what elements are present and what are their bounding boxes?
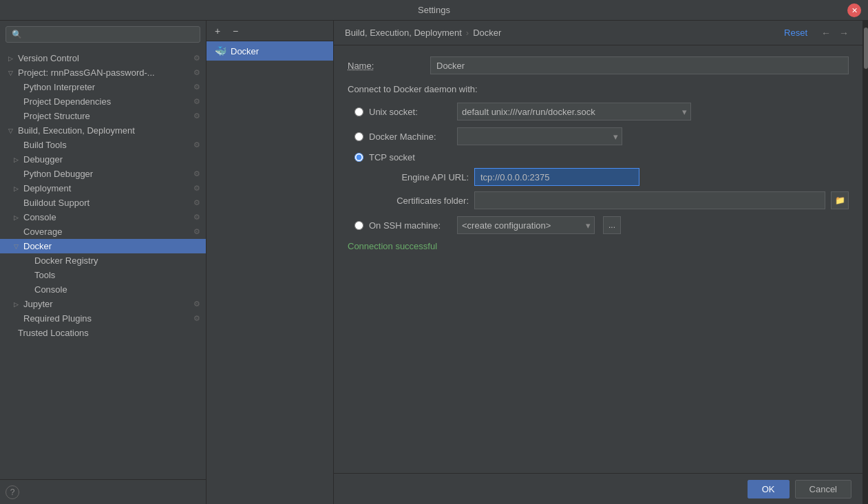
- settings-icon: ⚙: [193, 198, 200, 207]
- settings-icon: ⚙: [193, 184, 200, 193]
- back-button[interactable]: ←: [818, 26, 834, 40]
- ssh-machine-row: On SSH machine: <create configuration> .…: [354, 216, 849, 234]
- sidebar-item-python-interpreter[interactable]: Python Interpreter ⚙: [0, 80, 206, 94]
- unix-socket-dropdown[interactable]: default unix:///var/run/docker.sock: [457, 103, 691, 120]
- settings-icon: ⚙: [193, 68, 200, 77]
- sidebar-item-label: Coverage: [23, 227, 62, 237]
- ssh-machine-radio[interactable]: [354, 221, 363, 230]
- sidebar-item-project-dependencies[interactable]: Project Dependencies ⚙: [0, 94, 206, 109]
- sidebar-item-label: Buildout Support: [23, 198, 89, 208]
- cancel-button[interactable]: Cancel: [795, 480, 851, 498]
- close-button[interactable]: ✕: [847, 3, 861, 17]
- breadcrumb-separator: ›: [466, 28, 469, 38]
- settings-icon: ⚙: [193, 54, 200, 63]
- docker-panel: + − 🐳 Docker: [207, 21, 334, 504]
- sidebar-item-label: Version Control: [18, 53, 79, 63]
- certificates-input[interactable]: [474, 191, 825, 209]
- sidebar-item-label: Project Structure: [23, 111, 90, 121]
- docker-icon: 🐳: [215, 45, 226, 56]
- sidebar-item-console[interactable]: ▷ Console ⚙: [0, 210, 206, 224]
- docker-machine-label: Docker Machine:: [369, 132, 452, 142]
- ssh-machine-label: On SSH machine:: [369, 220, 452, 231]
- add-docker-button[interactable]: +: [211, 24, 224, 38]
- arrow-icon: ▽: [14, 243, 21, 250]
- sidebar-item-label: Console: [34, 284, 67, 295]
- arrow-icon: ▷: [14, 185, 21, 192]
- settings-icon: ⚙: [193, 314, 200, 323]
- folder-button[interactable]: 📁: [831, 191, 849, 209]
- sidebar-item-jupyter[interactable]: ▷ Jupyter ⚙: [0, 297, 206, 311]
- tcp-socket-radio[interactable]: [354, 153, 363, 162]
- content-footer: OK Cancel: [334, 473, 862, 504]
- sidebar-item-debugger[interactable]: ▷ Debugger: [0, 152, 206, 167]
- name-label: Name:: [348, 61, 430, 71]
- sidebar-item-project[interactable]: ▽ Project: rnnPassGAN-password-... ⚙: [0, 65, 206, 80]
- arrow-icon: ▷: [14, 301, 21, 308]
- sidebar-item-label: Jupyter: [23, 299, 53, 309]
- tcp-socket-row: TCP socket: [354, 152, 849, 162]
- ssh-more-button[interactable]: ...: [603, 216, 621, 234]
- settings-icon: ⚙: [193, 140, 200, 149]
- settings-icon: ⚙: [193, 213, 200, 222]
- reset-button[interactable]: Reset: [784, 28, 807, 38]
- window-title: Settings: [418, 5, 450, 15]
- sidebar-item-docker[interactable]: ▽ Docker: [0, 239, 206, 253]
- engine-api-label: Engine API URL:: [379, 172, 469, 182]
- docker-list-item[interactable]: 🐳 Docker: [207, 41, 333, 61]
- sidebar-item-label: Console: [23, 212, 56, 222]
- title-bar: Settings ✕: [0, 0, 868, 21]
- settings-icon: ⚙: [193, 83, 200, 92]
- unix-socket-radio[interactable]: [354, 107, 363, 116]
- breadcrumb-current: Docker: [473, 28, 501, 38]
- nav-buttons: ← →: [818, 26, 851, 40]
- sidebar-item-label: Python Interpreter: [23, 82, 95, 92]
- unix-socket-dropdown-wrapper: default unix:///var/run/docker.sock: [457, 103, 691, 120]
- sidebar-item-python-debugger[interactable]: Python Debugger ⚙: [0, 167, 206, 181]
- sidebar-item-docker-console[interactable]: Console: [0, 282, 206, 297]
- sidebar-item-deployment[interactable]: ▷ Deployment ⚙: [0, 181, 206, 196]
- sidebar-item-label: Build Tools: [23, 140, 67, 150]
- settings-window: Settings ✕ ▷ Version Control ⚙ ▽ Project…: [0, 0, 868, 504]
- sidebar-footer: ?: [0, 479, 206, 504]
- unix-socket-label: Unix socket:: [369, 107, 452, 117]
- ok-button[interactable]: OK: [748, 480, 790, 498]
- sidebar-item-build-tools[interactable]: Build Tools ⚙: [0, 138, 206, 152]
- sidebar-item-label: Python Debugger: [23, 169, 93, 179]
- tcp-socket-label: TCP socket: [369, 152, 415, 162]
- sidebar-item-label: Debugger: [23, 154, 63, 165]
- search-input[interactable]: [6, 26, 200, 43]
- arrow-icon: ▷: [8, 55, 15, 62]
- sidebar-item-label: Docker: [23, 241, 52, 251]
- docker-machine-radio[interactable]: [354, 132, 363, 141]
- sidebar-item-project-structure[interactable]: Project Structure ⚙: [0, 109, 206, 123]
- help-button[interactable]: ?: [6, 485, 19, 499]
- remove-docker-button[interactable]: −: [229, 24, 242, 38]
- main-content: ▷ Version Control ⚙ ▽ Project: rnnPassGA…: [0, 21, 868, 504]
- sidebar-item-trusted-locations[interactable]: Trusted Locations: [0, 326, 206, 340]
- ssh-dropdown[interactable]: <create configuration>: [457, 216, 595, 234]
- sidebar-item-label: Project: rnnPassGAN-password-...: [18, 67, 155, 78]
- sidebar-item-version-control[interactable]: ▷ Version Control ⚙: [0, 51, 206, 65]
- content-area: Build, Execution, Deployment › Docker Re…: [334, 21, 862, 504]
- sidebar-item-label: Tools: [34, 270, 55, 280]
- docker-machine-row: Docker Machine:: [354, 127, 849, 145]
- settings-icon: ⚙: [193, 227, 200, 236]
- scrollbar: [862, 21, 868, 504]
- sidebar-item-label: Build, Execution, Deployment: [18, 125, 135, 136]
- settings-icon: ⚙: [193, 112, 200, 120]
- sidebar-item-docker-tools[interactable]: Tools: [0, 268, 206, 282]
- forward-button[interactable]: →: [836, 26, 851, 40]
- sidebar-item-required-plugins[interactable]: Required Plugins ⚙: [0, 311, 206, 326]
- sidebar-item-build-execution-deployment[interactable]: ▽ Build, Execution, Deployment: [0, 123, 206, 138]
- sidebar-item-coverage[interactable]: Coverage ⚙: [0, 224, 206, 239]
- connection-status: Connection successful: [348, 241, 849, 251]
- sidebar-item-docker-registry[interactable]: Docker Registry: [0, 253, 206, 268]
- docker-machine-dropdown[interactable]: [457, 127, 622, 145]
- docker-item-label: Docker: [231, 46, 259, 56]
- certificates-row: Certificates folder: 📁: [379, 191, 849, 209]
- name-input[interactable]: [430, 56, 849, 74]
- scrollbar-thumb[interactable]: [864, 28, 868, 69]
- sidebar-item-buildout-support[interactable]: Buildout Support ⚙: [0, 196, 206, 210]
- engine-api-input[interactable]: [474, 168, 639, 186]
- arrow-icon: ▷: [14, 214, 21, 221]
